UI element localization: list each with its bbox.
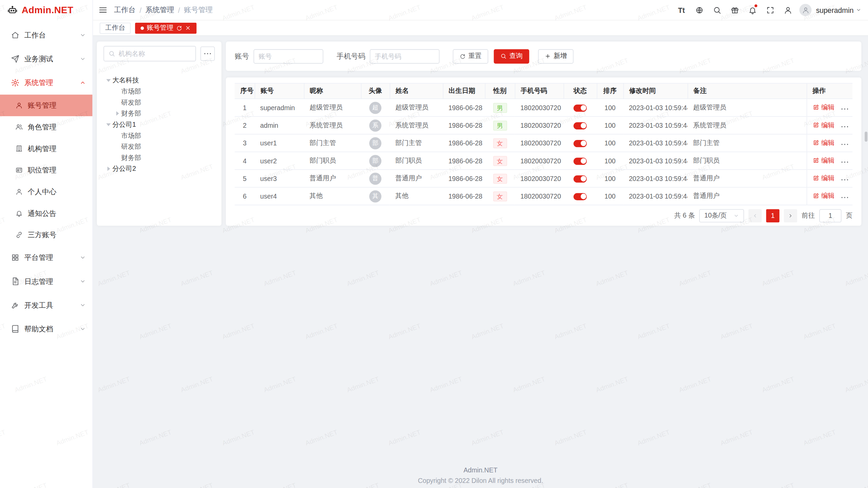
search-button[interactable]: 查询 <box>494 49 529 63</box>
tree-node[interactable]: 研发部 <box>103 141 215 152</box>
more-actions-button[interactable] <box>841 197 848 198</box>
status-toggle[interactable] <box>573 158 587 165</box>
account-input[interactable] <box>254 49 323 63</box>
cell-phone: 18020030720 <box>515 169 564 187</box>
more-actions-button[interactable] <box>841 108 848 110</box>
reset-button[interactable]: 重置 <box>453 49 488 63</box>
tree-node[interactable]: 研发部 <box>103 97 215 108</box>
sidebar-item-org-management[interactable]: 机构管理 <box>0 138 93 160</box>
tab-workbench[interactable]: 工作台 <box>100 22 131 34</box>
page-number-active[interactable]: 1 <box>766 209 780 222</box>
cell-account: user4 <box>255 187 304 205</box>
sidebar-item-role-management[interactable]: 角色管理 <box>0 116 93 138</box>
add-button[interactable]: 新增 <box>538 49 573 63</box>
send-icon <box>11 55 19 63</box>
close-icon[interactable] <box>185 25 191 31</box>
next-page-button[interactable] <box>784 209 797 222</box>
caret-down-icon[interactable] <box>105 121 113 128</box>
sidebar-item-third-party-account[interactable]: 三方账号 <box>0 224 93 246</box>
tree-node[interactable]: 市场部 <box>103 86 215 97</box>
language-globe-icon[interactable] <box>693 4 705 16</box>
hamburger-menu-icon[interactable] <box>99 5 107 14</box>
prev-page-button[interactable] <box>748 209 762 222</box>
cell-modified: 2023-01-03 10:59:44 <box>623 169 687 187</box>
breadcrumb-item[interactable]: 系统管理 <box>145 5 174 15</box>
notification-badge <box>754 4 757 7</box>
tree-node[interactable]: 财务部 <box>103 152 215 163</box>
sidebar-item-workbench[interactable]: 工作台 <box>0 23 93 47</box>
chevron-down-icon <box>80 255 86 261</box>
caret-right-icon[interactable] <box>105 165 113 173</box>
sidebar-item-account-management[interactable]: 账号管理 <box>0 95 93 116</box>
scrollbar-thumb[interactable] <box>865 132 867 142</box>
goto-page-input[interactable] <box>819 209 841 222</box>
more-actions-button[interactable] <box>841 126 848 127</box>
cell-birthday: 1986-06-28 <box>443 99 485 116</box>
more-actions-button[interactable] <box>841 179 848 181</box>
fullscreen-icon[interactable] <box>764 4 776 16</box>
phone-input[interactable] <box>370 49 440 63</box>
edit-button[interactable]: 编辑 <box>812 103 834 112</box>
theme-gift-icon[interactable] <box>729 4 741 16</box>
account-table-panel: 序号 账号 昵称 头像 姓名 出生日期 性别 手机号码 状态 <box>226 78 861 226</box>
users-icon <box>16 123 23 130</box>
sidebar-item-log-management[interactable]: 日志管理 <box>0 269 93 293</box>
edit-button[interactable]: 编辑 <box>812 191 834 201</box>
logo[interactable]: Admin.NET <box>0 0 93 20</box>
column-header: 备注 <box>688 83 807 99</box>
caret-right-icon[interactable] <box>114 109 121 117</box>
tree-node[interactable]: 分公司2 <box>103 163 215 175</box>
cell-nickname: 部门主管 <box>304 134 361 152</box>
search-icon[interactable] <box>711 4 723 16</box>
more-actions-button[interactable] <box>841 144 848 145</box>
status-toggle[interactable] <box>573 122 587 129</box>
status-toggle[interactable] <box>573 193 587 200</box>
org-tree-panel: 大名科技 市场部 研发部 财务部 分公司1 市场部 研发部 财务部 分公司2 <box>97 41 221 226</box>
org-search-input[interactable] <box>103 46 196 62</box>
notification-bell-icon[interactable] <box>746 4 758 16</box>
sidebar-item-label: 通知公告 <box>28 208 57 218</box>
edit-button[interactable]: 编辑 <box>812 138 834 148</box>
org-more-button[interactable] <box>200 46 215 61</box>
breadcrumb-item[interactable]: 工作台 <box>114 5 136 15</box>
font-size-icon[interactable]: Tt <box>675 4 688 16</box>
status-toggle[interactable] <box>573 175 587 182</box>
sidebar-item-platform-management[interactable]: 平台管理 <box>0 246 93 269</box>
avatar[interactable] <box>800 4 812 16</box>
refresh-icon <box>459 53 466 59</box>
sidebar-item-help-docs[interactable]: 帮助文档 <box>0 317 93 341</box>
sidebar-item-dev-tools[interactable]: 开发工具 <box>0 293 93 317</box>
tree-node[interactable]: 分公司1 <box>103 119 215 130</box>
gender-badge: 男 <box>493 103 507 113</box>
table-row: 3 user1 部门主管 部 部门主管 1986-06-28 女 1802003… <box>235 134 852 152</box>
cell-nickname: 系统管理员 <box>304 117 361 134</box>
more-actions-button[interactable] <box>841 161 848 163</box>
sidebar-item-system-management[interactable]: 系统管理 <box>0 71 93 95</box>
cell-account: user1 <box>255 134 304 152</box>
tab-account-management[interactable]: 账号管理 <box>135 22 196 34</box>
page-size-select[interactable]: 10条/页 <box>699 209 744 222</box>
org-search-field[interactable] <box>118 50 191 58</box>
profile-icon[interactable] <box>782 4 794 16</box>
edit-button[interactable]: 编辑 <box>812 174 834 183</box>
tree-node[interactable]: 财务部 <box>103 108 215 119</box>
cell-birthday: 1986-06-28 <box>443 134 485 152</box>
caret-down-icon[interactable] <box>105 76 113 84</box>
content-area: 大名科技 市场部 研发部 财务部 分公司1 市场部 研发部 财务部 分公司2 <box>93 36 868 488</box>
edit-button[interactable]: 编辑 <box>812 121 834 130</box>
edit-button[interactable]: 编辑 <box>812 156 834 165</box>
sidebar-item-business-test[interactable]: 业务测试 <box>0 47 93 71</box>
tree-node[interactable]: 大名科技 <box>103 75 215 86</box>
cell-remark: 部门主管 <box>688 134 807 152</box>
tree-node[interactable]: 市场部 <box>103 130 215 141</box>
sidebar-item-personal-center[interactable]: 个人中心 <box>0 181 93 203</box>
cell-phone: 18020030720 <box>515 187 564 205</box>
link-icon <box>16 231 23 238</box>
sidebar-item-notice[interactable]: 通知公告 <box>0 203 93 224</box>
user-menu[interactable]: superadmin <box>816 6 862 14</box>
sidebar-item-position-management[interactable]: 职位管理 <box>0 159 93 181</box>
column-header: 性别 <box>485 83 515 99</box>
refresh-icon[interactable] <box>176 25 182 31</box>
status-toggle[interactable] <box>573 104 587 111</box>
status-toggle[interactable] <box>573 140 587 147</box>
